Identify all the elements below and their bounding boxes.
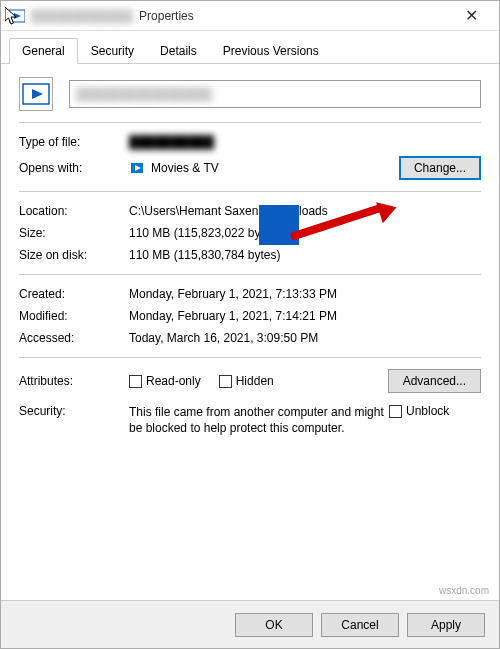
ok-button[interactable]: OK: [235, 613, 313, 637]
properties-window: ████████████ Properties ✕ General Securi…: [0, 0, 500, 649]
divider: [19, 357, 481, 358]
value-opens-with: Movies & TV: [151, 161, 219, 175]
label-attributes: Attributes:: [19, 374, 129, 388]
checkbox-unblock[interactable]: Unblock: [389, 404, 449, 418]
filename-input[interactable]: ████████████████: [69, 80, 481, 108]
cancel-button[interactable]: Cancel: [321, 613, 399, 637]
label-opens-with: Opens with:: [19, 161, 129, 175]
checkbox-hidden[interactable]: Hidden: [219, 374, 274, 388]
tab-details[interactable]: Details: [147, 38, 210, 64]
value-type: ██████████: [129, 135, 214, 149]
content-area: ████████████████ Type of file: █████████…: [1, 64, 499, 449]
close-button[interactable]: ✕: [451, 6, 491, 25]
value-created: Monday, February 1, 2021, 7:13:33 PM: [129, 287, 337, 301]
dialog-footer: OK Cancel Apply: [1, 600, 499, 648]
security-text: This file came from another computer and…: [129, 404, 389, 436]
title-suffix: Properties: [139, 9, 194, 23]
value-accessed: Today, March 16, 2021, 3:09:50 PM: [129, 331, 318, 345]
label-location: Location:: [19, 204, 129, 218]
tab-strip: General Security Details Previous Versio…: [1, 31, 499, 64]
checkbox-box-icon: [129, 375, 142, 388]
filename-value: ████████████████: [76, 87, 212, 101]
movies-tv-icon: [129, 160, 145, 176]
tab-previous-versions[interactable]: Previous Versions: [210, 38, 332, 64]
checkbox-label: Unblock: [406, 404, 449, 418]
label-size-on-disk: Size on disk:: [19, 248, 129, 262]
tab-security[interactable]: Security: [78, 38, 147, 64]
checkbox-label: Read-only: [146, 374, 201, 388]
label-size: Size:: [19, 226, 129, 240]
window-title: ████████████ Properties: [31, 9, 451, 23]
file-type-icon: [9, 8, 25, 24]
watermark-text: wsxdn.com: [439, 585, 489, 596]
file-icon: [19, 77, 53, 111]
value-modified: Monday, February 1, 2021, 7:14:21 PM: [129, 309, 337, 323]
label-created: Created:: [19, 287, 129, 301]
filename-obscured: ████████████: [31, 9, 133, 23]
divider: [19, 122, 481, 123]
tab-general[interactable]: General: [9, 38, 78, 64]
checkbox-label: Hidden: [236, 374, 274, 388]
label-accessed: Accessed:: [19, 331, 129, 345]
label-modified: Modified:: [19, 309, 129, 323]
divider: [19, 274, 481, 275]
value-size-on-disk: 110 MB (115,830,784 bytes): [129, 248, 280, 262]
value-size: 110 MB (115,823,022 bytes): [129, 226, 280, 240]
label-security: Security:: [19, 404, 129, 418]
divider: [19, 191, 481, 192]
change-button[interactable]: Change...: [399, 156, 481, 180]
checkbox-box-icon: [219, 375, 232, 388]
apply-button[interactable]: Apply: [407, 613, 485, 637]
checkbox-readonly[interactable]: Read-only: [129, 374, 201, 388]
titlebar[interactable]: ████████████ Properties ✕: [1, 1, 499, 31]
label-type: Type of file:: [19, 135, 129, 149]
advanced-button[interactable]: Advanced...: [388, 369, 481, 393]
filename-row: ████████████████: [19, 74, 481, 114]
checkbox-box-icon: [389, 405, 402, 418]
